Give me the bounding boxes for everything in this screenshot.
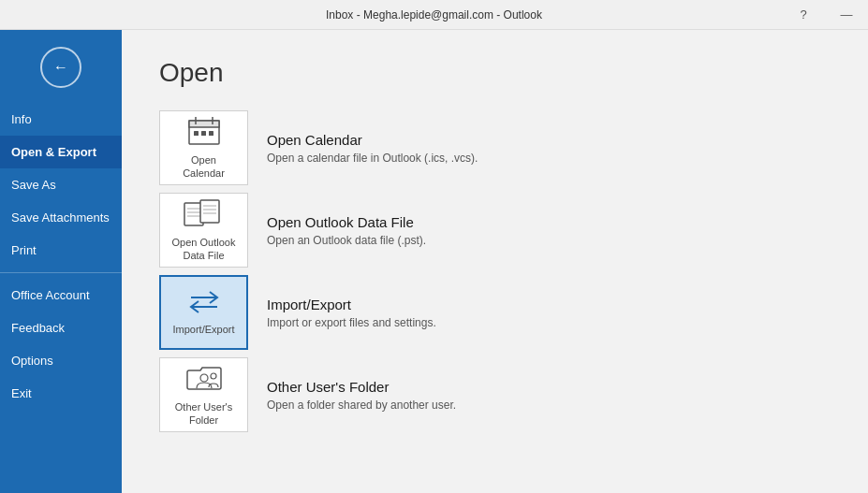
option-text-open-outlook-data: Open Outlook Data FileOpen an Outlook da… [267,214,831,247]
sidebar-item-exit[interactable]: Exit [0,377,122,410]
option-icon-label-open-calendar: Open Calendar [183,153,225,181]
option-icon-box-open-outlook-data[interactable]: Open Outlook Data File [159,193,248,268]
svg-rect-4 [194,131,199,136]
svg-rect-5 [201,131,206,136]
option-title-open-outlook-data: Open Outlook Data File [267,214,831,230]
option-text-other-users-folder: Other User's FolderOpen a folder shared … [267,379,831,412]
title-bar-controls: ? — [782,0,868,29]
sidebar: ← InfoOpen & ExportSave AsSave Attachmen… [0,30,122,493]
option-icon-label-other-users-folder: Other User's Folder [175,400,232,428]
sidebar-item-options[interactable]: Options [0,344,122,377]
import-export-icon [187,289,221,317]
sidebar-item-feedback[interactable]: Feedback [0,312,122,344]
option-desc-open-calendar: Open a calendar file in Outlook (.ics, .… [267,152,831,165]
option-title-import-export: Import/Export [267,297,831,312]
sidebar-item-save-as[interactable]: Save As [0,168,122,201]
option-desc-other-users-folder: Open a folder shared by another user. [267,399,831,412]
sidebar-divider [0,272,122,273]
title-bar: Inbox - Megha.lepide@gmail.com - Outlook… [0,0,868,30]
option-icon-label-open-outlook-data: Open Outlook Data File [172,236,236,263]
option-desc-open-outlook-data: Open an Outlook data file (.pst). [267,234,831,247]
svg-rect-1 [189,121,219,127]
options-list: Open CalendarOpen CalendarOpen a calenda… [159,110,831,432]
option-title-other-users-folder: Other User's Folder [267,379,831,395]
page-title: Open [159,58,831,88]
title-bar-text: Inbox - Megha.lepide@gmail.com - Outlook [326,8,542,22]
option-icon-label-import-export: Import/Export [172,323,234,336]
sidebar-item-print[interactable]: Print [0,234,122,267]
option-desc-import-export: Import or export files and settings. [267,316,831,329]
svg-rect-6 [209,131,213,136]
sidebar-item-save-attachments[interactable]: Save Attachments [0,201,122,234]
option-text-import-export: Import/ExportImport or export files and … [267,297,831,329]
help-button[interactable]: ? [782,0,825,30]
option-item-other-users-folder[interactable]: Other User's FolderOther User's FolderOp… [159,357,831,432]
minimize-button[interactable]: — [825,0,868,30]
back-button[interactable]: ← [40,47,81,88]
main-content: Open Open CalendarOpen CalendarOpen a ca… [122,30,868,493]
option-icon-box-open-calendar[interactable]: Open Calendar [159,110,248,185]
option-item-open-outlook-data[interactable]: Open Outlook Data FileOpen Outlook Data … [159,193,831,268]
other-users-folder-icon [185,363,223,395]
option-item-open-calendar[interactable]: Open CalendarOpen CalendarOpen a calenda… [159,110,831,185]
sidebar-item-office-account[interactable]: Office Account [0,279,122,312]
sidebar-item-open-export[interactable]: Open & Export [0,136,122,168]
sidebar-item-info[interactable]: Info [0,103,122,136]
open-calendar-icon [187,116,221,148]
app-container: ← InfoOpen & ExportSave AsSave Attachmen… [0,30,868,493]
svg-rect-11 [200,200,219,223]
option-title-open-calendar: Open Calendar [267,132,831,148]
back-arrow-icon: ← [53,59,68,76]
option-item-import-export[interactable]: Import/ExportImport/ExportImport or expo… [159,275,831,350]
option-text-open-calendar: Open CalendarOpen a calendar file in Out… [267,132,831,165]
option-icon-box-import-export[interactable]: Import/Export [159,275,248,350]
open-outlook-data-icon [184,198,225,230]
option-icon-box-other-users-folder[interactable]: Other User's Folder [159,357,248,432]
